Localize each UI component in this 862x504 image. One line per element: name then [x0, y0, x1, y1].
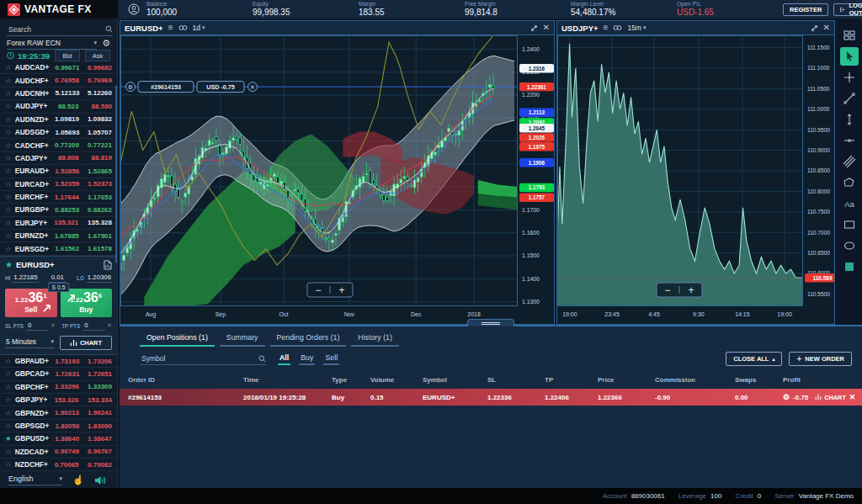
- favorite-star-icon[interactable]: ☆: [5, 154, 13, 162]
- favorite-star-icon[interactable]: ☆: [5, 245, 13, 253]
- search-input[interactable]: [7, 24, 104, 34]
- bid-price[interactable]: 5.12133: [49, 89, 79, 97]
- favorite-star-icon[interactable]: ☆: [5, 205, 13, 214]
- bid-price[interactable]: 135.321: [47, 219, 78, 226]
- tab-history-[interactable]: History (1): [351, 331, 399, 347]
- col-header-profit[interactable]: Profit: [783, 376, 854, 384]
- tab-summary[interactable]: Summary: [220, 331, 265, 347]
- ask-price[interactable]: 0.99682: [79, 64, 112, 72]
- symbol-filter-input[interactable]: [140, 353, 257, 363]
- ask-price[interactable]: 0.77221: [79, 141, 112, 149]
- volume-step-value[interactable]: 0.01: [49, 273, 67, 283]
- col-header-type[interactable]: Type: [332, 376, 370, 384]
- account-type-select[interactable]: Forex RAW ECN ▾: [7, 36, 97, 50]
- chart-menu-icon[interactable]: ≡: [604, 24, 609, 32]
- watchlist-row-GBPCHF[interactable]: ☆GBPCHF+1.332961.33309: [0, 381, 117, 394]
- bid-price[interactable]: 1.67885: [48, 232, 79, 240]
- crosshair-icon[interactable]: [840, 68, 859, 87]
- panel-resize-handle[interactable]: [467, 319, 514, 326]
- eurusd-timeframe-select[interactable]: 1d▾: [193, 24, 205, 32]
- new-order-button[interactable]: + NEW ORDER: [789, 352, 852, 366]
- tp-clear-icon[interactable]: ✕: [107, 322, 112, 329]
- bid-price[interactable]: 1.83056: [49, 422, 79, 430]
- chart-link-icon[interactable]: [178, 24, 188, 31]
- sell-button[interactable]: 1.22361 Sell: [5, 289, 57, 317]
- symbol-info-document-icon[interactable]: [104, 260, 112, 270]
- favorite-star-icon[interactable]: ☆: [5, 409, 13, 417]
- bid-price[interactable]: 0.76958: [49, 77, 79, 84]
- watchlist-row-NZDCAD[interactable]: ☆NZDCAD+0.907490.90767: [0, 446, 117, 459]
- ask-price[interactable]: 1.05707: [79, 129, 112, 136]
- text-icon[interactable]: Aa: [840, 194, 859, 213]
- timeframe-select[interactable]: 5 Minutes ▾: [5, 337, 55, 348]
- favorite-star-icon[interactable]: ★: [5, 260, 13, 269]
- favorite-star-icon[interactable]: ☆: [5, 422, 13, 430]
- trend-line-icon[interactable]: [840, 89, 859, 108]
- close-position-icon[interactable]: ✕: [849, 393, 856, 401]
- fan-lines-icon[interactable]: [840, 152, 859, 171]
- filter-sell[interactable]: Sell: [323, 353, 339, 365]
- usdjpy-chart-canvas[interactable]: 111.1500111.1000111.0500111.0000110.9500…: [557, 35, 834, 324]
- bid-price[interactable]: 1.38640: [49, 435, 79, 443]
- chart-expand-icon[interactable]: [530, 24, 538, 32]
- watchlist-row-GBPAUD[interactable]: ☆GBPAUD+1.731931.73206: [0, 355, 117, 368]
- ask-price[interactable]: 0.90767: [79, 448, 112, 455]
- col-header-swaps[interactable]: Swaps: [735, 376, 783, 384]
- watchlist-row-EURNZD[interactable]: ☆EURNZD+1.678851.67901: [0, 230, 117, 242]
- chart-expand-icon[interactable]: [811, 24, 818, 32]
- watchlist-row-EURJPY[interactable]: ☆EURJPY+135.321135.328: [0, 217, 117, 230]
- cursor-icon[interactable]: [840, 47, 859, 66]
- ask-price[interactable]: 1.17653: [79, 194, 112, 201]
- favorite-star-icon[interactable]: ★: [5, 434, 13, 443]
- position-row[interactable]: #296141532018/01/19 19:25:28Buy0.15EURUS…: [120, 389, 862, 406]
- rectangle-icon[interactable]: [840, 215, 859, 234]
- ask-price[interactable]: 0.88262: [79, 206, 112, 214]
- layout-grid-icon[interactable]: [840, 26, 859, 45]
- col-header-time[interactable]: Time: [243, 376, 332, 384]
- register-button[interactable]: REGISTER: [783, 3, 828, 16]
- ask-price[interactable]: 135.328: [78, 219, 112, 226]
- favorite-star-icon[interactable]: ☆: [5, 231, 13, 240]
- favorite-star-icon[interactable]: ☆: [5, 193, 13, 201]
- watchlist-row-EURCAD[interactable]: ☆EURCAD+1.523591.52373: [0, 178, 117, 191]
- bid-price[interactable]: 1.17644: [48, 194, 79, 201]
- bid-price[interactable]: 1.33296: [49, 383, 79, 390]
- watchlist-row-GBPJPY[interactable]: ☆GBPJPY+153.326153.334: [0, 394, 117, 406]
- ask-price[interactable]: 1.67901: [79, 232, 112, 240]
- bid-price[interactable]: 88.523: [47, 103, 78, 110]
- watchlist-row-AUDCAD[interactable]: ☆AUDCAD+0.996710.99682: [0, 61, 117, 74]
- chart-close-icon[interactable]: ✕: [823, 24, 830, 32]
- search-field[interactable]: [7, 23, 113, 36]
- ask-price[interactable]: 5.12260: [79, 89, 112, 97]
- brush-square-icon[interactable]: [840, 257, 859, 276]
- filter-all[interactable]: All: [278, 353, 290, 365]
- filter-buy[interactable]: Buy: [299, 353, 315, 365]
- zoom-in-button[interactable]: +: [338, 284, 344, 296]
- language-select[interactable]: English ▾: [8, 475, 62, 485]
- favorite-star-icon[interactable]: ☆: [5, 102, 13, 110]
- ask-price[interactable]: 1.38647: [79, 435, 112, 443]
- tab-pending-orders-[interactable]: Pending Orders (1): [270, 331, 347, 347]
- watchlist-row-AUDNZD[interactable]: ☆AUDNZD+1.098191.09832: [0, 114, 117, 126]
- favorite-star-icon[interactable]: ☆: [5, 369, 13, 378]
- bid-price[interactable]: 1.73193: [49, 358, 79, 365]
- chart-link-icon[interactable]: [613, 24, 622, 31]
- bid-price[interactable]: 88.808: [47, 154, 78, 162]
- favorite-star-icon[interactable]: ☆: [5, 128, 13, 136]
- one-click-trading-hand-icon[interactable]: ☝: [72, 475, 84, 485]
- usdjpy-timeframe-select[interactable]: 15m▾: [627, 24, 646, 32]
- close-all-button[interactable]: CLOSE ALL ▴: [726, 352, 782, 366]
- chart-menu-icon[interactable]: ≡: [168, 24, 173, 32]
- tp-pts-input[interactable]: 0: [82, 321, 104, 331]
- watchlist-row-GBPSGD[interactable]: ☆GBPSGD+1.830561.83090: [0, 420, 117, 432]
- favorite-star-icon[interactable]: ☆: [5, 77, 13, 85]
- favorite-star-icon[interactable]: ☆: [5, 180, 13, 188]
- bid-price[interactable]: 1.52359: [49, 180, 79, 188]
- col-header-price[interactable]: Price: [598, 376, 655, 384]
- horizontal-line-icon[interactable]: [840, 131, 859, 150]
- symbol-filter-field[interactable]: [140, 353, 266, 365]
- favorite-star-icon[interactable]: ☆: [5, 167, 13, 175]
- bid-price[interactable]: 1.90213: [49, 409, 79, 416]
- watchlist-row-AUDSGD[interactable]: ☆AUDSGD+1.056931.05707: [0, 126, 117, 139]
- open-chart-button[interactable]: CHART: [60, 336, 112, 350]
